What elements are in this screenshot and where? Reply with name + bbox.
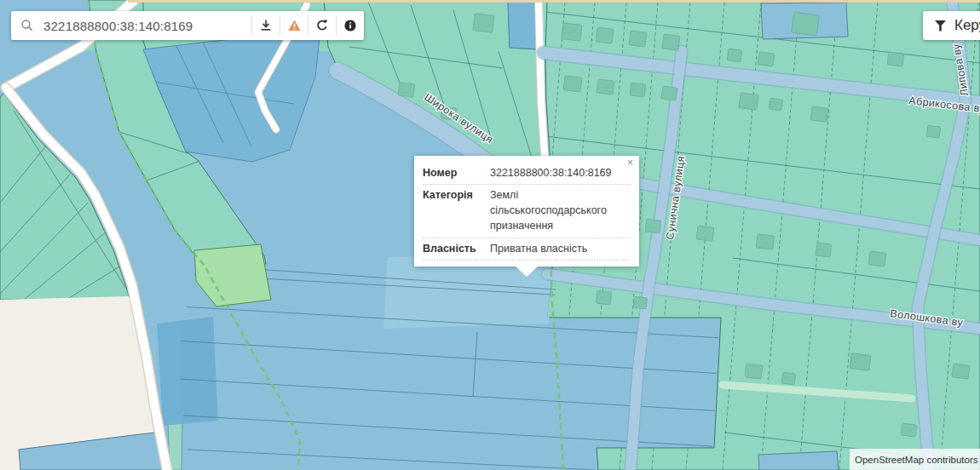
info-button[interactable] <box>336 15 364 36</box>
search-icon <box>11 19 43 32</box>
layers-filter-label: Керув <box>954 17 980 34</box>
popup-value-number: 3221888800:38:140:8169 <box>490 165 631 181</box>
popup-row-ownership: Власність Приватна власність <box>423 238 631 261</box>
filter-funnel-icon <box>934 20 947 32</box>
top-tan-road <box>128 0 980 3</box>
popup-row-number: Номер 3221888800:38:140:8169 <box>423 163 631 185</box>
popup-close-button[interactable]: × <box>627 157 633 169</box>
blue-parcel-bottom-right <box>758 451 839 470</box>
popup-value-category: Землі сільськогосподарського призначення <box>490 187 631 233</box>
search-bar <box>11 11 364 40</box>
attribution-text: OpenStreetMap contributors | <box>855 455 980 465</box>
layers-filter-button[interactable]: Керув <box>923 11 980 40</box>
popup-label-category: Категорія <box>423 187 484 233</box>
download-button[interactable] <box>251 15 280 36</box>
popup-label-ownership: Власність <box>423 241 484 256</box>
popup-label-number: Номер <box>423 165 484 181</box>
popup-row-category: Категорія Землі сільськогосподарського п… <box>423 185 631 238</box>
popup-value-ownership: Приватна власність <box>490 241 631 256</box>
refresh-button[interactable] <box>308 15 336 36</box>
popup-tail <box>515 266 539 277</box>
cadastral-map-app: Широка вулиця Сунична вулиця Абрикосова … <box>0 0 980 470</box>
darker-blue-overlay <box>157 317 218 426</box>
map-attribution[interactable]: OpenStreetMap contributors | <box>850 449 980 470</box>
search-input[interactable] <box>43 19 251 33</box>
warning-button[interactable] <box>280 15 308 36</box>
parcel-info-popup: × Номер 3221888800:38:140:8169 Категорія… <box>414 156 639 267</box>
